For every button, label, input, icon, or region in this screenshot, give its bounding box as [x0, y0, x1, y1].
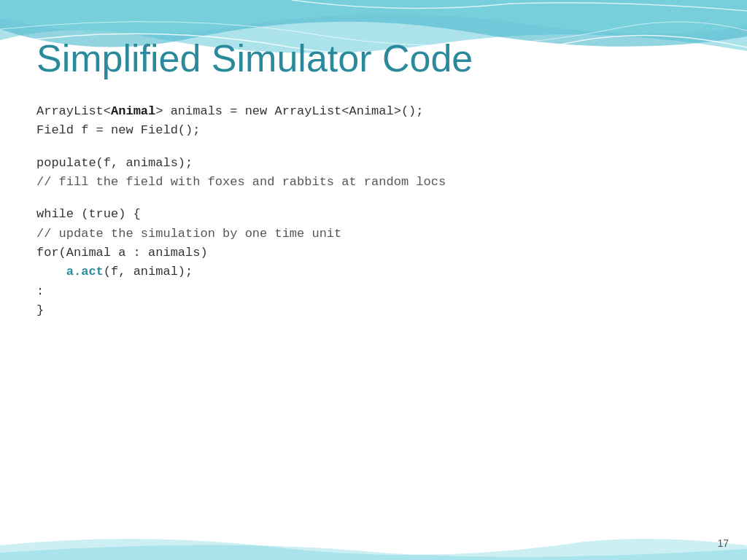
- code-line-8: a.act(f, animal);: [36, 262, 711, 281]
- code-line-4: // fill the field with foxes and rabbits…: [36, 173, 711, 192]
- code-section-2: populate(f, animals); // fill the field …: [36, 154, 711, 192]
- page-number: 17: [717, 537, 729, 549]
- code-line-7: for(Animal a : animals): [36, 244, 711, 262]
- slide-title: Simplified Simulator Code: [36, 36, 711, 80]
- slide-container: Simplified Simulator Code ArrayList<Anim…: [0, 0, 747, 560]
- slide-content: Simplified Simulator Code ArrayList<Anim…: [0, 0, 747, 348]
- code-line1-part1: ArrayList<: [36, 104, 111, 118]
- code-line8-part1: [36, 265, 66, 279]
- code-act-method: a.act: [66, 265, 104, 279]
- code-line8-part2: (f, animal);: [104, 265, 193, 279]
- code-line-9: :: [36, 282, 711, 301]
- code-block: ArrayList<Animal> animals = new ArrayLis…: [36, 102, 711, 320]
- code-line-5: while (true) {: [36, 205, 711, 224]
- code-line-2: Field f = new Field();: [36, 121, 711, 140]
- code-line-6: // update the simulation by one time uni…: [36, 225, 711, 244]
- code-line-1: ArrayList<Animal> animals = new ArrayLis…: [36, 102, 711, 121]
- code-animal-keyword: Animal: [111, 104, 155, 118]
- code-line1-part2: > animals = new ArrayList<Animal>();: [155, 104, 423, 118]
- code-line-3: populate(f, animals);: [36, 154, 711, 173]
- code-section-3: while (true) { // update the simulation …: [36, 205, 711, 320]
- code-line-10: }: [36, 301, 711, 320]
- wave-bottom-decoration: [0, 524, 747, 560]
- code-section-1: ArrayList<Animal> animals = new ArrayLis…: [36, 102, 711, 141]
